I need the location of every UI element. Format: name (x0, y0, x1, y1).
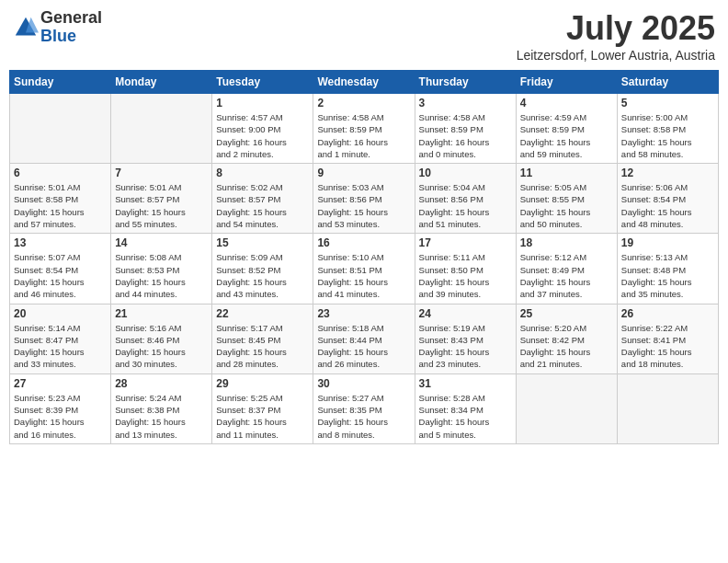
day-info: Sunrise: 5:23 AM Sunset: 8:39 PM Dayligh… (14, 392, 107, 441)
day-number: 8 (216, 167, 309, 179)
day-number: 11 (520, 167, 613, 179)
day-info: Sunrise: 5:25 AM Sunset: 8:37 PM Dayligh… (216, 392, 309, 441)
day-info: Sunrise: 5:11 AM Sunset: 8:50 PM Dayligh… (419, 251, 512, 300)
calendar-week-row: 1Sunrise: 4:57 AM Sunset: 9:00 PM Daylig… (10, 94, 719, 164)
header-friday: Friday (516, 71, 617, 94)
logo: General Blue (13, 9, 102, 46)
day-info: Sunrise: 5:04 AM Sunset: 8:56 PM Dayligh… (419, 181, 512, 230)
calendar-cell: 13Sunrise: 5:07 AM Sunset: 8:54 PM Dayli… (10, 234, 111, 304)
calendar-cell: 6Sunrise: 5:01 AM Sunset: 8:58 PM Daylig… (10, 164, 111, 234)
day-number: 2 (317, 97, 410, 109)
calendar-cell: 30Sunrise: 5:27 AM Sunset: 8:35 PM Dayli… (313, 373, 415, 443)
calendar-cell: 8Sunrise: 5:02 AM Sunset: 8:57 PM Daylig… (212, 164, 313, 234)
day-info: Sunrise: 5:19 AM Sunset: 8:43 PM Dayligh… (419, 322, 512, 371)
day-number: 21 (115, 307, 208, 320)
day-info: Sunrise: 4:58 AM Sunset: 8:59 PM Dayligh… (419, 111, 512, 160)
calendar-cell: 27Sunrise: 5:23 AM Sunset: 8:39 PM Dayli… (10, 373, 111, 443)
day-number: 22 (216, 307, 309, 320)
day-number: 7 (115, 167, 208, 179)
calendar-cell: 19Sunrise: 5:13 AM Sunset: 8:48 PM Dayli… (617, 234, 718, 304)
calendar-cell: 12Sunrise: 5:06 AM Sunset: 8:54 PM Dayli… (617, 164, 718, 234)
day-info: Sunrise: 4:57 AM Sunset: 9:00 PM Dayligh… (216, 111, 309, 160)
day-number: 4 (520, 97, 613, 109)
calendar-week-row: 20Sunrise: 5:14 AM Sunset: 8:47 PM Dayli… (10, 304, 719, 373)
calendar-cell: 9Sunrise: 5:03 AM Sunset: 8:56 PM Daylig… (313, 164, 415, 234)
day-info: Sunrise: 5:07 AM Sunset: 8:54 PM Dayligh… (14, 251, 107, 300)
calendar-table: SundayMondayTuesdayWednesdayThursdayFrid… (9, 70, 719, 444)
day-info: Sunrise: 5:13 AM Sunset: 8:48 PM Dayligh… (621, 251, 714, 300)
header-monday: Monday (111, 71, 212, 94)
day-info: Sunrise: 5:28 AM Sunset: 8:34 PM Dayligh… (419, 392, 512, 441)
calendar-cell: 16Sunrise: 5:10 AM Sunset: 8:51 PM Dayli… (313, 234, 415, 304)
day-info: Sunrise: 5:09 AM Sunset: 8:52 PM Dayligh… (216, 251, 309, 300)
day-info: Sunrise: 5:27 AM Sunset: 8:35 PM Dayligh… (317, 392, 410, 441)
day-info: Sunrise: 5:17 AM Sunset: 8:45 PM Dayligh… (216, 322, 309, 371)
location-title: Leitzersdorf, Lower Austria, Austria (517, 48, 715, 63)
calendar-cell: 17Sunrise: 5:11 AM Sunset: 8:50 PM Dayli… (415, 234, 516, 304)
calendar-cell: 28Sunrise: 5:24 AM Sunset: 8:38 PM Dayli… (111, 373, 212, 443)
calendar-cell: 31Sunrise: 5:28 AM Sunset: 8:34 PM Dayli… (415, 373, 516, 443)
calendar-cell: 21Sunrise: 5:16 AM Sunset: 8:46 PM Dayli… (111, 304, 212, 373)
day-number: 14 (115, 236, 208, 249)
calendar-cell: 26Sunrise: 5:22 AM Sunset: 8:41 PM Dayli… (617, 304, 718, 373)
day-number: 16 (317, 236, 410, 249)
calendar-cell: 1Sunrise: 4:57 AM Sunset: 9:00 PM Daylig… (212, 94, 313, 164)
day-number: 23 (317, 307, 410, 320)
day-info: Sunrise: 5:01 AM Sunset: 8:58 PM Dayligh… (14, 181, 107, 230)
calendar-cell: 29Sunrise: 5:25 AM Sunset: 8:37 PM Dayli… (212, 373, 313, 443)
header-thursday: Thursday (415, 71, 516, 94)
calendar-cell (516, 373, 617, 443)
day-info: Sunrise: 5:05 AM Sunset: 8:55 PM Dayligh… (520, 181, 613, 230)
day-number: 10 (419, 167, 512, 179)
calendar-cell: 15Sunrise: 5:09 AM Sunset: 8:52 PM Dayli… (212, 234, 313, 304)
day-number: 19 (621, 236, 714, 249)
day-number: 27 (14, 377, 107, 390)
day-number: 12 (621, 167, 714, 179)
header-tuesday: Tuesday (212, 71, 313, 94)
day-number: 3 (419, 97, 512, 109)
calendar-cell: 4Sunrise: 4:59 AM Sunset: 8:59 PM Daylig… (516, 94, 617, 164)
day-info: Sunrise: 5:01 AM Sunset: 8:57 PM Dayligh… (115, 181, 208, 230)
calendar-cell (617, 373, 718, 443)
calendar-cell: 22Sunrise: 5:17 AM Sunset: 8:45 PM Dayli… (212, 304, 313, 373)
logo-blue-text: Blue (40, 28, 102, 46)
day-number: 25 (520, 307, 613, 320)
calendar-cell: 14Sunrise: 5:08 AM Sunset: 8:53 PM Dayli… (111, 234, 212, 304)
calendar-cell: 2Sunrise: 4:58 AM Sunset: 8:59 PM Daylig… (313, 94, 415, 164)
day-number: 20 (14, 307, 107, 320)
calendar-week-row: 13Sunrise: 5:07 AM Sunset: 8:54 PM Dayli… (10, 234, 719, 304)
day-info: Sunrise: 5:16 AM Sunset: 8:46 PM Dayligh… (115, 322, 208, 371)
day-number: 28 (115, 377, 208, 390)
calendar-week-row: 27Sunrise: 5:23 AM Sunset: 8:39 PM Dayli… (10, 373, 719, 443)
day-number: 1 (216, 97, 309, 109)
calendar-cell (10, 94, 111, 164)
day-number: 26 (621, 307, 714, 320)
calendar-cell: 20Sunrise: 5:14 AM Sunset: 8:47 PM Dayli… (10, 304, 111, 373)
day-info: Sunrise: 5:02 AM Sunset: 8:57 PM Dayligh… (216, 181, 309, 230)
calendar-cell: 23Sunrise: 5:18 AM Sunset: 8:44 PM Dayli… (313, 304, 415, 373)
calendar-cell: 18Sunrise: 5:12 AM Sunset: 8:49 PM Dayli… (516, 234, 617, 304)
day-info: Sunrise: 5:12 AM Sunset: 8:49 PM Dayligh… (520, 251, 613, 300)
day-number: 18 (520, 236, 613, 249)
calendar-cell: 3Sunrise: 4:58 AM Sunset: 8:59 PM Daylig… (415, 94, 516, 164)
day-info: Sunrise: 5:20 AM Sunset: 8:42 PM Dayligh… (520, 322, 613, 371)
header-sunday: Sunday (10, 71, 111, 94)
day-info: Sunrise: 5:03 AM Sunset: 8:56 PM Dayligh… (317, 181, 410, 230)
calendar-cell: 25Sunrise: 5:20 AM Sunset: 8:42 PM Dayli… (516, 304, 617, 373)
calendar-header-row: SundayMondayTuesdayWednesdayThursdayFrid… (10, 71, 719, 94)
day-info: Sunrise: 5:24 AM Sunset: 8:38 PM Dayligh… (115, 392, 208, 441)
header-saturday: Saturday (617, 71, 718, 94)
day-info: Sunrise: 4:59 AM Sunset: 8:59 PM Dayligh… (520, 111, 613, 160)
day-info: Sunrise: 5:08 AM Sunset: 8:53 PM Dayligh… (115, 251, 208, 300)
logo-icon (13, 15, 39, 40)
calendar-cell: 7Sunrise: 5:01 AM Sunset: 8:57 PM Daylig… (111, 164, 212, 234)
calendar-cell: 11Sunrise: 5:05 AM Sunset: 8:55 PM Dayli… (516, 164, 617, 234)
logo-text: General Blue (40, 9, 102, 46)
day-info: Sunrise: 5:14 AM Sunset: 8:47 PM Dayligh… (14, 322, 107, 371)
day-number: 15 (216, 236, 309, 249)
day-info: Sunrise: 5:00 AM Sunset: 8:58 PM Dayligh… (621, 111, 714, 160)
day-number: 5 (621, 97, 714, 109)
day-number: 9 (317, 167, 410, 179)
day-number: 30 (317, 377, 410, 390)
day-number: 13 (14, 236, 107, 249)
